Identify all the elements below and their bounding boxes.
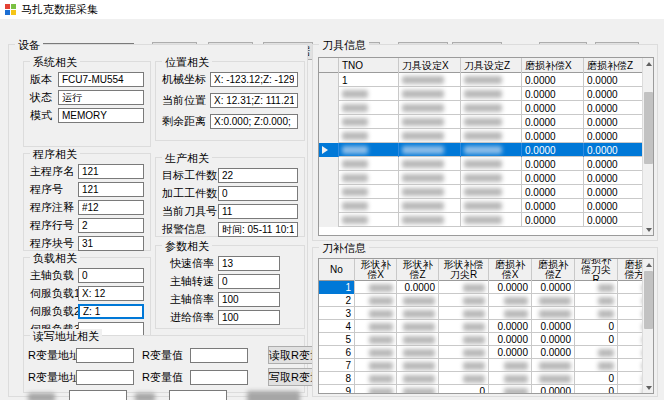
table-cell[interactable] [399, 185, 461, 199]
table-cell[interactable]: 0 [575, 333, 618, 346]
field-input[interactable] [78, 304, 144, 319]
table-cell[interactable] [339, 87, 399, 101]
row-selector[interactable] [319, 101, 339, 115]
row-selector[interactable] [319, 87, 339, 101]
row-selector[interactable] [319, 213, 339, 227]
row-number[interactable]: 9 [319, 385, 355, 394]
table-row[interactable]: 0.00000.0000 [319, 185, 653, 199]
column-header[interactable]: TNO [339, 58, 399, 73]
r-value-input-2[interactable] [190, 370, 248, 385]
table-cell[interactable] [439, 333, 489, 346]
table-cell[interactable] [399, 157, 461, 171]
table-cell[interactable] [339, 185, 399, 199]
table-cell[interactable]: 0.0000 [489, 320, 532, 333]
table-cell[interactable] [399, 87, 461, 101]
row-selector[interactable] [319, 171, 339, 185]
field-input[interactable] [218, 310, 280, 325]
table-cell[interactable] [461, 143, 522, 157]
column-header[interactable]: 磨损补偿Z [532, 259, 575, 281]
table-cell[interactable]: 0.0000 [522, 115, 584, 129]
column-header[interactable] [319, 58, 339, 73]
table-cell[interactable] [489, 294, 532, 307]
table-row[interactable]: 0.00000.0000 [319, 143, 653, 157]
table-row[interactable]: 0.00000.0000 [319, 171, 653, 185]
table-cell[interactable]: 0.0000 [584, 199, 645, 213]
table-cell[interactable]: 0 [439, 385, 489, 394]
table-cell[interactable] [461, 115, 522, 129]
table-cell[interactable] [355, 372, 397, 385]
table-cell[interactable] [461, 213, 522, 227]
table-cell[interactable]: 0.0000 [522, 73, 584, 87]
table-cell[interactable]: 0.0000 [397, 281, 439, 294]
field-input[interactable] [78, 164, 144, 179]
table-cell[interactable] [439, 372, 489, 385]
table-cell[interactable] [339, 129, 399, 143]
table-cell[interactable] [439, 320, 489, 333]
row-number[interactable]: 2 [319, 294, 355, 307]
table-cell[interactable]: 0.0000 [489, 333, 532, 346]
tool-table-scrollbar[interactable] [642, 58, 653, 235]
table-cell[interactable] [575, 294, 618, 307]
field-input[interactable] [58, 108, 144, 123]
field-input[interactable] [78, 268, 144, 283]
table-cell[interactable]: 0.0000 [522, 101, 584, 115]
table-cell[interactable] [489, 359, 532, 372]
column-header[interactable]: 刀具设定Z [461, 58, 522, 73]
table-cell[interactable] [489, 307, 532, 320]
column-header[interactable]: 磨损补偿刀尖R [575, 259, 618, 281]
table-cell[interactable] [575, 359, 618, 372]
table-cell[interactable] [461, 73, 522, 87]
table-cell[interactable]: 0.0000 [532, 333, 575, 346]
table-row[interactable]: 80 [319, 372, 653, 385]
table-cell[interactable] [399, 129, 461, 143]
table-row[interactable]: 0.00000.0000 [319, 87, 653, 101]
field-input[interactable] [78, 218, 144, 233]
table-cell[interactable] [575, 281, 618, 294]
field-input[interactable] [218, 186, 298, 201]
table-cell[interactable] [399, 101, 461, 115]
table-cell[interactable]: 0.0000 [522, 213, 584, 227]
table-cell[interactable] [489, 385, 532, 394]
field-input[interactable] [78, 200, 144, 215]
table-cell[interactable] [355, 385, 397, 394]
row-number[interactable]: 4 [319, 320, 355, 333]
table-cell[interactable]: 0.0000 [489, 281, 532, 294]
column-header[interactable]: 形状补偿刀尖R [439, 259, 489, 281]
field-input[interactable] [218, 274, 280, 289]
table-cell[interactable]: 0 [575, 385, 618, 394]
row-number[interactable]: 7 [319, 359, 355, 372]
column-header[interactable]: 磨损补偿X [489, 259, 532, 281]
table-row[interactable]: 900.00000 [319, 385, 653, 394]
table-cell[interactable] [399, 199, 461, 213]
field-input[interactable] [218, 256, 280, 271]
column-header[interactable]: 形状补偿Z [397, 259, 439, 281]
table-cell[interactable]: 0.0000 [584, 87, 645, 101]
table-cell[interactable] [397, 372, 439, 385]
column-header[interactable]: 磨损补偿Z [584, 58, 645, 73]
table-row[interactable]: 0.00000.0000 [319, 101, 653, 115]
table-cell[interactable] [439, 294, 489, 307]
table-cell[interactable] [399, 73, 461, 87]
table-cell[interactable] [339, 199, 399, 213]
row-selector[interactable] [319, 157, 339, 171]
table-cell[interactable]: 0.0000 [532, 346, 575, 359]
row-number[interactable]: 3 [319, 307, 355, 320]
table-cell[interactable]: 0.0000 [522, 185, 584, 199]
table-cell[interactable] [439, 346, 489, 359]
table-row[interactable]: 3 [319, 307, 653, 320]
table-cell[interactable]: 0.0000 [522, 171, 584, 185]
column-header[interactable]: 刀具设定X [399, 58, 461, 73]
table-cell[interactable] [461, 171, 522, 185]
censored-input-1[interactable] [69, 390, 127, 400]
table-cell[interactable] [397, 333, 439, 346]
table-cell[interactable] [339, 143, 399, 157]
table-cell[interactable] [339, 115, 399, 129]
table-row[interactable]: 10.00000.00000.0000 [319, 281, 653, 294]
table-cell[interactable]: 0.0000 [522, 87, 584, 101]
table-row[interactable]: 0.00000.0000 [319, 129, 653, 143]
table-cell[interactable] [461, 87, 522, 101]
table-cell[interactable] [339, 171, 399, 185]
table-row[interactable]: 0.00000.0000 [319, 115, 653, 129]
row-number[interactable]: 5 [319, 333, 355, 346]
column-header[interactable]: No [319, 259, 355, 281]
